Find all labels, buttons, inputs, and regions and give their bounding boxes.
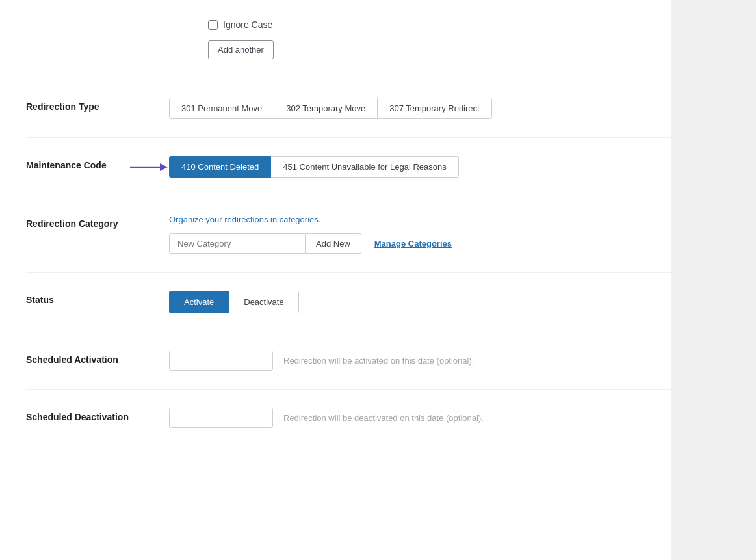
right-sidebar [671,0,756,560]
category-input-row: Add New Manage Categories [169,233,730,254]
svg-marker-1 [160,163,168,171]
scheduled-activation-hint: Redirection will be activated on this da… [283,356,474,366]
btn-307[interactable]: 307 Temporary Redirect [377,98,492,119]
ignore-case-checkbox[interactable] [208,20,218,30]
ignore-case-label: Ignore Case [223,20,272,30]
scheduled-activation-control: Redirection will be activated on this da… [169,351,730,371]
deactivate-button[interactable]: Deactivate [229,291,298,313]
category-input[interactable] [169,233,306,254]
btn-410[interactable]: 410 Content Deleted [169,156,271,178]
scheduled-activation-row: Scheduled Activation Redirection will be… [26,332,730,389]
redirection-category-label: Redirection Category [26,215,169,229]
add-another-button[interactable]: Add another [208,40,274,59]
btn-451[interactable]: 451 Content Unavailable for Legal Reason… [270,156,459,178]
page-wrapper: Ignore Case Add another Redirection Type… [0,0,756,560]
redirection-type-label: Redirection Type [26,98,169,112]
redirection-type-row: Redirection Type 301 Permanent Move 302 … [26,79,730,137]
scheduled-deactivation-control: Redirection will be deactivated on this … [169,408,730,428]
scheduled-activation-label: Scheduled Activation [26,351,169,365]
scheduled-deactivation-row-inner: Redirection will be deactivated on this … [169,408,730,428]
category-hint: Organize your redirections in categories… [169,215,730,224]
btn-302[interactable]: 302 Temporary Move [274,98,378,119]
arrow-container: 410 Content Deleted 451 Content Unavaila… [169,156,730,178]
scheduled-activation-row-inner: Redirection will be activated on this da… [169,351,730,371]
arrow-icon [130,163,168,172]
add-new-button[interactable]: Add New [306,233,361,254]
top-section: Ignore Case Add another [26,13,730,79]
redirection-category-row: Redirection Category Organize your redir… [26,196,730,272]
redirection-type-control: 301 Permanent Move 302 Temporary Move 30… [169,98,730,119]
scheduled-deactivation-input[interactable] [169,408,273,428]
activate-button[interactable]: Activate [169,291,229,313]
manage-categories-link[interactable]: Manage Categories [374,239,452,248]
scheduled-activation-input[interactable] [169,351,273,371]
ignore-case-row: Ignore Case [208,20,730,30]
redirection-type-btn-group: 301 Permanent Move 302 Temporary Move 30… [169,98,730,119]
status-control: Activate Deactivate [169,291,730,313]
maintenance-code-btn-group: 410 Content Deleted 451 Content Unavaila… [169,156,459,178]
maintenance-code-control: 410 Content Deleted 451 Content Unavaila… [169,156,730,178]
maintenance-code-row: Maintenance Code 410 Content Deleted 451… [26,137,730,196]
redirection-category-control: Organize your redirections in categories… [169,215,730,254]
scheduled-deactivation-row: Scheduled Deactivation Redirection will … [26,389,730,446]
scheduled-deactivation-hint: Redirection will be deactivated on this … [283,413,484,423]
status-row: Status Activate Deactivate [26,272,730,332]
arrow-indicator [130,163,168,172]
status-label: Status [26,291,169,305]
btn-301[interactable]: 301 Permanent Move [169,98,274,119]
scheduled-deactivation-label: Scheduled Deactivation [26,408,169,422]
content-area: Ignore Case Add another Redirection Type… [0,0,756,472]
status-btn-group: Activate Deactivate [169,291,730,313]
